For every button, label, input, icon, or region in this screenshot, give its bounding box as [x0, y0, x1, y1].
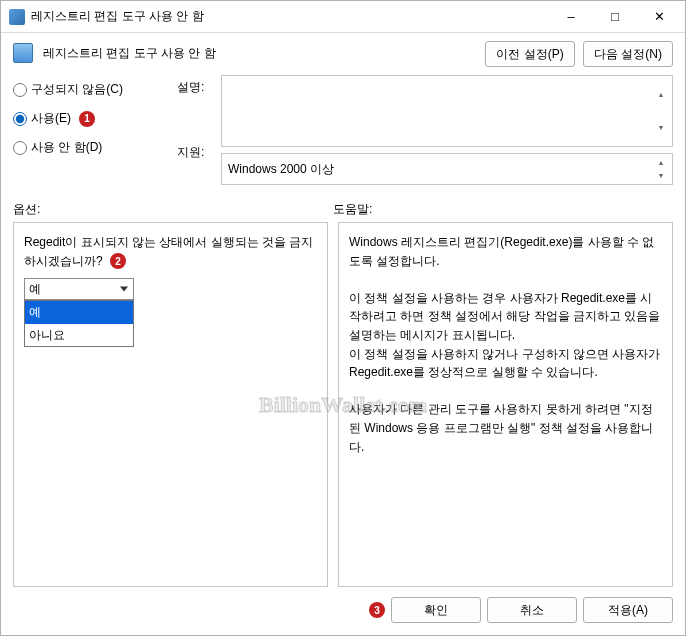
help-paragraph-1: Windows 레지스트리 편집기(Regedit.exe)를 사용할 수 없도… — [349, 233, 662, 270]
radio-disabled[interactable]: 사용 안 함(D) — [13, 139, 173, 156]
field-values: ▲▼ Windows 2000 이상 ▲▼ — [221, 75, 673, 185]
footer: 3 확인 취소 적용(A) — [13, 587, 673, 623]
radio-not-configured-label: 구성되지 않음(C) — [31, 81, 123, 98]
help-label: 도움말: — [333, 201, 372, 218]
cancel-button[interactable]: 취소 — [487, 597, 577, 623]
option-select-value: 예 — [29, 280, 41, 299]
comment-textbox[interactable]: ▲▼ — [221, 75, 673, 147]
radio-not-configured-input[interactable] — [13, 83, 27, 97]
header-row: 레지스트리 편집 도구 사용 안 함 이전 설정(P) 다음 설정(N) — [13, 41, 673, 67]
ok-button[interactable]: 확인 — [391, 597, 481, 623]
minimize-button[interactable]: – — [549, 3, 593, 31]
maximize-button[interactable]: □ — [593, 3, 637, 31]
radio-enabled[interactable]: 사용(E) 1 — [13, 110, 173, 127]
section-labels: 옵션: 도움말: — [13, 201, 673, 218]
option-select[interactable]: 예 예 아니요 — [24, 278, 134, 300]
window-controls: – □ ✕ — [549, 3, 681, 31]
radio-enabled-input[interactable] — [13, 112, 27, 126]
next-setting-button[interactable]: 다음 설정(N) — [583, 41, 673, 67]
previous-setting-button[interactable]: 이전 설정(P) — [485, 41, 575, 67]
supported-value: Windows 2000 이상 — [228, 161, 334, 178]
radio-disabled-input[interactable] — [13, 141, 27, 155]
dropdown-item-no[interactable]: 아니요 — [25, 324, 133, 347]
comment-scroll[interactable]: ▲▼ — [652, 78, 670, 144]
supported-scroll[interactable]: ▲▼ — [652, 156, 670, 182]
radio-enabled-label: 사용(E) — [31, 110, 71, 127]
policy-icon — [13, 43, 33, 63]
app-icon — [9, 9, 25, 25]
settings-grid: 구성되지 않음(C) 사용(E) 1 사용 안 함(D) 설명: 지원: — [13, 75, 673, 185]
options-pane: Regedit이 표시되지 않는 상태에서 실행되는 것을 금지하시겠습니까? … — [13, 222, 328, 587]
option-question-text: Regedit이 표시되지 않는 상태에서 실행되는 것을 금지하시겠습니까? — [24, 235, 313, 268]
option-question: Regedit이 표시되지 않는 상태에서 실행되는 것을 금지하시겠습니까? … — [24, 233, 317, 270]
annotation-marker-2: 2 — [110, 253, 126, 269]
policy-title: 레지스트리 편집 도구 사용 안 함 — [43, 41, 475, 62]
field-labels: 설명: 지원: — [177, 75, 217, 185]
dropdown-item-yes[interactable]: 예 — [25, 301, 133, 324]
annotation-marker-1: 1 — [79, 111, 95, 127]
state-radios: 구성되지 않음(C) 사용(E) 1 사용 안 함(D) — [13, 75, 173, 185]
supported-textbox: Windows 2000 이상 ▲▼ — [221, 153, 673, 185]
supported-label: 지원: — [177, 144, 217, 161]
nav-buttons: 이전 설정(P) 다음 설정(N) — [485, 41, 673, 67]
help-paragraph-3: 이 정책 설정을 사용하지 않거나 구성하지 않으면 사용자가 Regedit.… — [349, 345, 662, 382]
titlebar: 레지스트리 편집 도구 사용 안 함 – □ ✕ — [1, 1, 685, 33]
close-button[interactable]: ✕ — [637, 3, 681, 31]
option-dropdown: 예 아니요 — [24, 300, 134, 347]
help-paragraph-4: 사용자가 다른 관리 도구를 사용하지 못하게 하려면 "지정된 Windows… — [349, 400, 662, 456]
help-pane: Windows 레지스트리 편집기(Regedit.exe)를 사용할 수 없도… — [338, 222, 673, 587]
panes: Regedit이 표시되지 않는 상태에서 실행되는 것을 금지하시겠습니까? … — [13, 222, 673, 587]
content-area: 레지스트리 편집 도구 사용 안 함 이전 설정(P) 다음 설정(N) 구성되… — [1, 33, 685, 635]
apply-button[interactable]: 적용(A) — [583, 597, 673, 623]
option-select-display[interactable]: 예 — [24, 278, 134, 300]
help-paragraph-2: 이 정책 설정을 사용하는 경우 사용자가 Regedit.exe를 시작하려고… — [349, 289, 662, 345]
radio-disabled-label: 사용 안 함(D) — [31, 139, 102, 156]
radio-not-configured[interactable]: 구성되지 않음(C) — [13, 81, 173, 98]
window-title: 레지스트리 편집 도구 사용 안 함 — [31, 8, 549, 25]
annotation-marker-3: 3 — [369, 602, 385, 618]
comment-label: 설명: — [177, 79, 217, 96]
options-label: 옵션: — [13, 201, 333, 218]
policy-dialog: 레지스트리 편집 도구 사용 안 함 – □ ✕ 레지스트리 편집 도구 사용 … — [0, 0, 686, 636]
